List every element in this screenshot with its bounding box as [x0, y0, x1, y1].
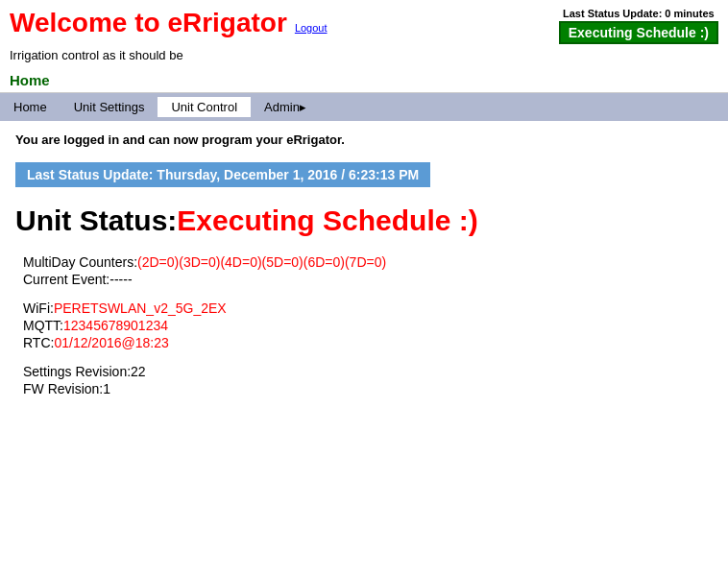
tagline: Irrigation control as it should be — [0, 48, 728, 68]
logged-in-msg: You are logged in and can now program yo… — [15, 132, 713, 147]
unit-status-value: Executing Schedule :) — [177, 204, 477, 236]
main-content: You are logged in and can now program yo… — [0, 121, 728, 421]
home-breadcrumb: Home — [0, 68, 728, 93]
executing-badge: Executing Schedule :) — [559, 21, 718, 44]
mqtt-label: MQTT: — [23, 318, 63, 333]
fw-revision-label: FW Revision: — [23, 381, 103, 396]
settings-revision-label: Settings Revision: — [23, 364, 131, 379]
rtc-value: 01/12/2016@18:23 — [54, 335, 168, 350]
wifi-line: WiFi:PERETSWLAN_v2_5G_2EX — [23, 300, 713, 316]
rtc-label: RTC: — [23, 335, 54, 350]
site-title: Welcome to eRrigator — [10, 8, 287, 38]
multiday-label: MultiDay Counters: — [23, 254, 137, 270]
nav-item-unit-control[interactable]: Unit Control — [158, 97, 251, 117]
multiday-section: MultiDay Counters:(2D=0)(3D=0)(4D=0)(5D=… — [23, 254, 713, 287]
mqtt-value: 12345678901234 — [63, 318, 168, 333]
network-section: WiFi:PERETSWLAN_v2_5G_2EX MQTT:123456789… — [23, 300, 713, 350]
header-right: Last Status Update: 0 minutes Executing … — [559, 8, 718, 44]
settings-revision-value: 22 — [131, 364, 146, 379]
logout-link[interactable]: Logout — [295, 22, 328, 34]
header: Welcome to eRrigator Logout Last Status … — [0, 0, 728, 48]
revision-section: Settings Revision:22 FW Revision:1 — [23, 364, 713, 396]
current-event-label: Current Event: — [23, 272, 109, 287]
multiday-value: (2D=0)(3D=0)(4D=0)(5D=0)(6D=0)(7D=0) — [137, 254, 386, 270]
nav-item-unit-settings[interactable]: Unit Settings — [61, 97, 158, 117]
header-left: Welcome to eRrigator Logout — [10, 8, 328, 38]
nav-item-admin-[interactable]: Admin▸ — [251, 97, 320, 117]
wifi-value: PERETSWLAN_v2_5G_2EX — [54, 300, 227, 316]
current-event-value: ----- — [109, 272, 132, 287]
unit-status-line: Unit Status:Executing Schedule :) — [15, 204, 713, 237]
navbar: HomeUnit SettingsUnit ControlAdmin▸ — [0, 93, 728, 121]
fw-revision-value: 1 — [103, 381, 110, 396]
status-update-small: Last Status Update: 0 minutes — [559, 8, 718, 19]
current-event-line: Current Event:----- — [23, 272, 713, 287]
mqtt-line: MQTT:12345678901234 — [23, 318, 713, 333]
wifi-label: WiFi: — [23, 300, 54, 316]
status-date-bar: Last Status Update: Thursday, December 1… — [15, 162, 430, 187]
multiday-line: MultiDay Counters:(2D=0)(3D=0)(4D=0)(5D=… — [23, 254, 713, 270]
settings-revision-line: Settings Revision:22 — [23, 364, 713, 379]
unit-status-label: Unit Status: — [15, 204, 177, 236]
fw-revision-line: FW Revision:1 — [23, 381, 713, 396]
rtc-line: RTC:01/12/2016@18:23 — [23, 335, 713, 350]
info-block: MultiDay Counters:(2D=0)(3D=0)(4D=0)(5D=… — [23, 254, 713, 396]
nav-item-home[interactable]: Home — [0, 97, 61, 117]
